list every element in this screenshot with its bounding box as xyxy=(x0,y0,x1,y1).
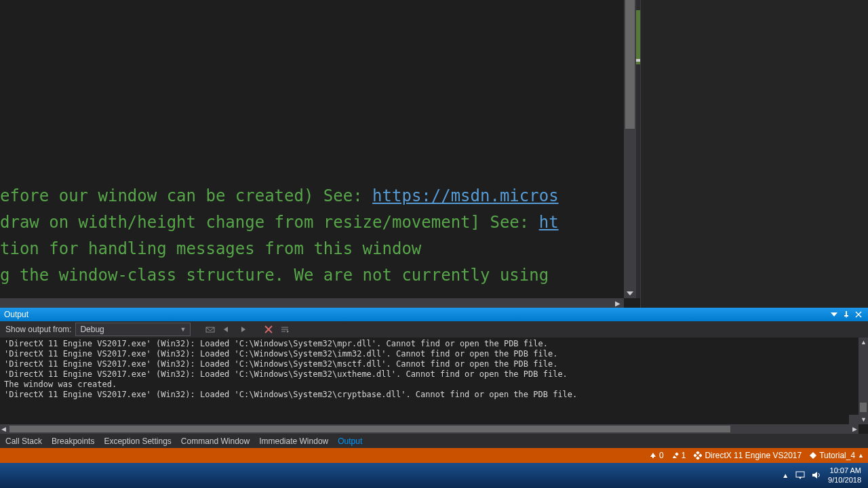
code-content: efore our window can be created) See: ht… xyxy=(0,183,559,289)
taskbar-date: 9/10/2018 xyxy=(828,475,861,485)
scrollbar-thumb[interactable] xyxy=(625,0,635,129)
svg-rect-2 xyxy=(846,311,847,316)
editor-area: efore our window can be created) See: ht… xyxy=(0,0,868,308)
svg-rect-18 xyxy=(675,452,679,456)
editor-vertical-scrollbar[interactable] xyxy=(624,0,636,298)
panel-dropdown-icon[interactable] xyxy=(829,309,840,320)
svg-marker-25 xyxy=(799,477,802,479)
tray-action-center-icon[interactable] xyxy=(795,470,805,480)
output-line: 'DirectX 11 Engine VS2017.exe' (Win32): … xyxy=(4,359,864,369)
output-source-value: Debug xyxy=(80,325,104,334)
output-line: The window was created. xyxy=(4,380,864,390)
output-line: 'DirectX 11 Engine VS2017.exe' (Win32): … xyxy=(4,349,864,359)
svg-marker-10 xyxy=(224,327,228,332)
panel-pin-icon[interactable] xyxy=(841,309,852,320)
scroll-left-icon[interactable]: ◀ xyxy=(1,426,6,432)
code-hyperlink[interactable]: https://msdn.micros xyxy=(372,186,559,205)
editor-horizontal-scrollbar[interactable]: ▶ xyxy=(0,298,624,308)
status-project[interactable]: DirectX 11 Engine VS2017 xyxy=(694,451,802,460)
scrollbar-thumb[interactable] xyxy=(860,403,867,412)
status-bar: 0 1 DirectX 11 Engine VS2017 Tutorial_4 … xyxy=(0,448,868,463)
panel-tab-call-stack[interactable]: Call Stack xyxy=(5,436,42,446)
windows-taskbar[interactable]: ▲ 10:07 AM 9/10/2018 xyxy=(0,463,868,488)
panel-tab-breakpoints[interactable]: Breakpoints xyxy=(52,436,94,446)
find-message-icon[interactable] xyxy=(204,323,216,336)
svg-rect-20 xyxy=(696,456,701,460)
right-side-panel xyxy=(640,0,868,308)
previous-message-icon[interactable] xyxy=(220,323,233,336)
status-pending-edits[interactable]: 1 xyxy=(672,451,686,460)
code-line: draw on width/height change from resize/… xyxy=(0,209,559,236)
svg-rect-16 xyxy=(652,456,654,458)
status-config[interactable]: Tutorial_4 ▲ xyxy=(810,451,864,460)
scrollbar-thumb[interactable] xyxy=(9,426,730,432)
svg-marker-1 xyxy=(831,312,837,317)
next-message-icon[interactable] xyxy=(237,323,249,336)
show-output-from-label: Show output from: xyxy=(5,325,71,334)
output-body[interactable]: 'DirectX 11 Engine VS2017.exe' (Win32): … xyxy=(0,338,868,434)
panel-close-icon[interactable] xyxy=(853,309,864,320)
svg-marker-17 xyxy=(673,455,677,458)
code-editor[interactable]: efore our window can be created) See: ht… xyxy=(0,0,624,298)
scroll-right-icon[interactable]: ▶ xyxy=(852,426,857,432)
output-toolbar: Show output from: Debug ▼ xyxy=(0,321,868,338)
svg-rect-19 xyxy=(696,451,701,455)
scroll-right-icon[interactable]: ▶ xyxy=(613,300,623,307)
code-line: g the window-class structure. We are not… xyxy=(0,262,559,289)
svg-marker-14 xyxy=(287,330,289,333)
taskbar-clock[interactable]: 10:07 AM 9/10/2018 xyxy=(828,466,861,485)
taskbar-time: 10:07 AM xyxy=(828,466,861,475)
panel-tab-immediate-window[interactable]: Immediate Window xyxy=(259,436,328,446)
output-panel-titlebar[interactable]: Output xyxy=(0,308,868,321)
output-horizontal-scrollbar[interactable]: ◀ ▶ xyxy=(0,424,859,434)
tray-volume-icon[interactable] xyxy=(812,470,821,480)
change-marker xyxy=(636,10,640,64)
editor-marker-bar xyxy=(636,0,640,298)
svg-line-9 xyxy=(210,327,214,331)
svg-marker-23 xyxy=(810,452,816,459)
panel-tab-exception-settings[interactable]: Exception Settings xyxy=(104,436,171,446)
code-line: efore our window can be created) See: ht… xyxy=(0,183,559,209)
svg-rect-24 xyxy=(796,472,804,477)
svg-line-8 xyxy=(206,327,210,331)
toggle-word-wrap-icon[interactable] xyxy=(279,323,291,336)
chevron-up-icon: ▲ xyxy=(858,452,864,459)
svg-marker-26 xyxy=(812,472,817,479)
code-hyperlink[interactable]: ht xyxy=(539,213,559,232)
svg-rect-3 xyxy=(844,315,848,317)
scroll-down-icon[interactable]: ▼ xyxy=(861,416,867,423)
svg-marker-0 xyxy=(627,291,633,296)
svg-marker-11 xyxy=(241,327,245,332)
bottom-panel-tabs: Call StackBreakpointsException SettingsC… xyxy=(0,434,868,449)
status-edit-count: 1 xyxy=(682,451,686,460)
status-sync-up-count: 0 xyxy=(659,451,664,460)
caret-marker xyxy=(636,59,640,62)
output-panel-title: Output xyxy=(4,310,827,319)
status-sync-up[interactable]: 0 xyxy=(650,451,664,460)
svg-rect-4 xyxy=(846,317,847,318)
svg-rect-22 xyxy=(699,453,703,458)
clear-all-icon[interactable] xyxy=(262,323,275,336)
svg-rect-21 xyxy=(694,453,697,458)
dropdown-arrow-icon: ▼ xyxy=(180,326,186,333)
output-line: 'DirectX 11 Engine VS2017.exe' (Win32): … xyxy=(4,390,864,400)
panel-tab-command-window[interactable]: Command Window xyxy=(181,436,250,446)
scroll-up-icon[interactable]: ▲ xyxy=(861,339,867,346)
output-source-dropdown[interactable]: Debug ▼ xyxy=(75,323,191,336)
status-config-name: Tutorial_4 xyxy=(819,451,855,460)
output-line: 'DirectX 11 Engine VS2017.exe' (Win32): … xyxy=(4,369,864,380)
output-vertical-scrollbar[interactable]: ▲ ▼ xyxy=(859,338,868,424)
panel-tab-output[interactable]: Output xyxy=(338,436,362,446)
code-line: tion for handling messages from this win… xyxy=(0,236,559,262)
output-text: 'DirectX 11 Engine VS2017.exe' (Win32): … xyxy=(0,338,868,401)
tray-show-hidden-icon[interactable]: ▲ xyxy=(782,472,789,479)
output-panel: Output Show output from: Debug ▼ xyxy=(0,308,868,434)
scroll-corner xyxy=(849,415,859,424)
output-line: 'DirectX 11 Engine VS2017.exe' (Win32): … xyxy=(4,339,864,349)
status-project-name: DirectX 11 Engine VS2017 xyxy=(705,451,802,460)
scroll-down-icon[interactable] xyxy=(627,290,633,297)
